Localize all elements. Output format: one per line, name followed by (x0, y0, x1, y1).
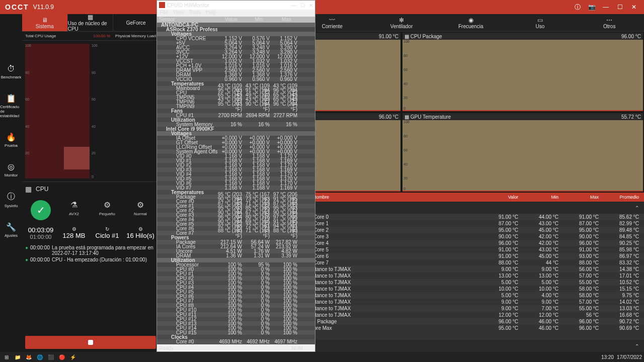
log: ●00:00:00La prueba está programada para … (22, 242, 159, 266)
sidebar-icon: 🔥 (6, 132, 16, 142)
app-logo: OCCT (5, 3, 29, 11)
log-row: ●00:00:00CPU - Ha empezado (Duración : 0… (25, 257, 156, 262)
sidebar-item-benchmark[interactable]: ⏱Benchmark (1, 64, 21, 79)
sidebar-icon: 🔧 (6, 222, 16, 232)
usage-bar: Total CPU Usage 100.00 % Physical Memory… (22, 32, 159, 41)
minimize-icon[interactable]: — (601, 2, 611, 12)
hwm-icon (159, 2, 165, 8)
sidebar: ⏱Benchmark📋Certificado de estabilidad🔥Pr… (0, 14, 22, 352)
cpu-usage-label: Total CPU Usage (25, 34, 93, 38)
timer-col[interactable]: ⚙16 Hilo(s) (126, 226, 155, 240)
left-panel: 🖥Sistema▦Uso de núcleo de CPUGeForce Tot… (22, 14, 159, 352)
system-tray[interactable]: 13:20 17/07/2022 (601, 354, 642, 360)
tray-date: 17/07/2022 (617, 354, 642, 360)
sidebar-item-ajustes[interactable]: 🔧Ajustes (5, 222, 18, 238)
maximize-icon[interactable]: ☐ (300, 3, 305, 8)
col-value: Value (217, 17, 245, 23)
cpu-chart: 100 80 60 40 20 (25, 44, 90, 178)
titlebar[interactable]: OCCT V11.0.9 ⓘ 📷 — ☐ ✕ (0, 0, 644, 14)
taskbar[interactable]: ⊞📁🦊🌐⬛🔴⚡ 13:20 17/07/2022 (0, 352, 644, 362)
stop-icon (88, 340, 93, 345)
tab[interactable]: GeForce (113, 14, 159, 31)
minimize-icon[interactable]: — (291, 3, 296, 8)
hwm-menubar: FileViewToolsHelp (157, 10, 315, 17)
sidebar-icon: ⓘ (7, 192, 15, 202)
info-icon[interactable]: ⓘ (573, 2, 583, 12)
tab-uso[interactable]: ▭Uso (506, 14, 575, 31)
menu-help[interactable]: Help (206, 10, 216, 17)
window-buttons: ⓘ 📷 — ☐ ✕ (573, 2, 639, 12)
timer-col[interactable]: ↻Ciclo #1 (93, 226, 122, 240)
hwm-title: CPUID HWMonitor (167, 3, 209, 8)
graph-title: ▦ CPU Package (405, 34, 442, 39)
status-text: Ready (159, 345, 174, 351)
graph-title: ▦ GPU Temperature (405, 114, 451, 120)
test-opt[interactable]: ⚙Normal (126, 200, 155, 220)
taskbar-icon[interactable]: 📁 (13, 353, 22, 361)
taskbar-icon[interactable]: ⬛ (46, 353, 55, 361)
sidebar-item-monitor[interactable]: ◎Monitor (5, 162, 18, 177)
test-options: ✓⚗AVX2⚙Pequeño⚙Normal (22, 196, 159, 224)
test-opt[interactable]: ⚙Pequeño (93, 200, 122, 220)
ok-icon: ● (25, 245, 28, 256)
menu-view[interactable]: View (173, 10, 184, 17)
collapse-icon[interactable]: ⌃ (635, 205, 639, 211)
test-opt[interactable]: ✓ (26, 200, 55, 220)
hwm-titlebar[interactable]: CPUID HWMonitor — ☐ ✕ (157, 1, 315, 10)
hwm-columns: Sensor Value Min Max (157, 17, 315, 23)
timer-col[interactable]: ⚙128 MB (59, 226, 89, 240)
taskbar-icon[interactable]: 🦊 (24, 353, 33, 361)
sidebar-label: SysInfo (5, 204, 18, 208)
graph: ▦ CPU Package96.00 °C100806040200 (401, 32, 644, 112)
graph-value: 96.00 °C (621, 34, 641, 39)
menu-tools[interactable]: Tools (189, 10, 201, 17)
hwm-tree[interactable]: ANTONDCA-PCASRock Z370 Professional Gami… (157, 23, 315, 344)
close-icon[interactable]: ✕ (309, 3, 313, 8)
graph-value: 91.00 °C (379, 34, 398, 39)
cpu-label: CPU (36, 186, 48, 193)
sidebar-icon: ⏱ (7, 64, 15, 73)
sidebar-label: Monitor (5, 173, 18, 177)
cpu-section-header[interactable]: ▦ CPU (22, 182, 159, 196)
col-max: Max (558, 195, 599, 200)
col-valor: Valor (478, 195, 518, 200)
sidebar-item-prueba[interactable]: 🔥Prueba (5, 132, 18, 148)
col-max: Max (273, 17, 300, 23)
numlock-text: NUM (291, 345, 303, 351)
taskbar-icon[interactable]: ⚡ (68, 353, 77, 361)
collapse-icon[interactable]: ⌃ (635, 343, 639, 349)
taskbar-icon[interactable]: ⊞ (2, 353, 11, 361)
stop-button[interactable] (25, 336, 156, 349)
tab-otros[interactable]: ⋯Otros (575, 14, 644, 31)
col-min: Min (518, 195, 558, 200)
tab[interactable]: 🖥Sistema (22, 14, 68, 31)
cpu-icon: ▦ (25, 185, 32, 193)
menu-file[interactable]: File (160, 10, 168, 17)
col-prom: Promedio (599, 195, 639, 200)
log-row: ●00:00:00La prueba está programada para … (25, 245, 156, 256)
close-icon[interactable]: ✕ (629, 2, 639, 12)
screenshot-icon[interactable]: 📷 (587, 2, 597, 12)
status-ok-icon: ✓ (31, 200, 51, 220)
test-opt[interactable]: ⚗AVX2 (59, 200, 89, 220)
tab-frecuencia[interactable]: ◉Frecuencia (436, 14, 506, 31)
hwmonitor-window[interactable]: CPUID HWMonitor — ☐ ✕ FileViewToolsHelp … (156, 0, 315, 352)
graph-value: 55.72 °C (621, 114, 641, 120)
taskbar-icon[interactable]: 🌐 (35, 353, 44, 361)
sidebar-item-sysinfo[interactable]: ⓘSysInfo (5, 192, 18, 208)
occt-window: OCCT V11.0.9 ⓘ 📷 — ☐ ✕ ⏱Benchmark📋Certif… (0, 0, 644, 352)
tab-ventilador[interactable]: ✻Ventilador (367, 14, 436, 31)
sidebar-label: Certificado de estabilidad (0, 105, 22, 118)
sidebar-icon: ◎ (8, 162, 15, 171)
hwm-row[interactable]: Core #04693 MHz4692 MHz4697 MHz (157, 339, 315, 344)
hwm-window-buttons: — ☐ ✕ (291, 3, 313, 8)
mem-chart: 100 80 60 40 20 0 (92, 44, 156, 178)
taskbar-icons: ⊞📁🦊🌐⬛🔴⚡ (2, 353, 77, 361)
sidebar-item-certificado-de-estabilidad[interactable]: 📋Certificado de estabilidad (0, 94, 22, 118)
taskbar-icon[interactable]: 🔴 (57, 353, 66, 361)
mem-load-label: Physical Memory Load (115, 34, 156, 38)
ok-icon: ● (25, 257, 28, 262)
tab[interactable]: ▦Uso de núcleo de CPU (68, 14, 114, 31)
maximize-icon[interactable]: ☐ (615, 2, 625, 12)
timer-row: 00:03:0901:00:00⚙128 MB↻Ciclo #1⚙16 Hilo… (22, 224, 159, 242)
